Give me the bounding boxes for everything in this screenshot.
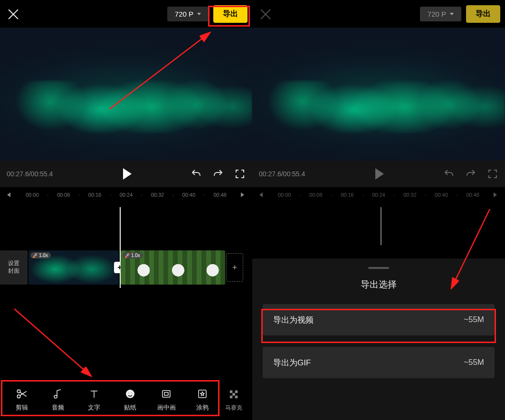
export-item-size: ~55M bbox=[464, 358, 484, 367]
undo-icon[interactable] bbox=[443, 168, 455, 180]
export-as-video[interactable]: 导出为视频 ~55M bbox=[263, 304, 495, 335]
next-frame-icon[interactable] bbox=[240, 191, 248, 198]
tool-text[interactable]: 文字 bbox=[76, 387, 112, 412]
export-button[interactable]: 导出 bbox=[213, 5, 248, 23]
timeline-track-area-dim bbox=[252, 202, 505, 245]
fullscreen-icon[interactable] bbox=[234, 168, 246, 180]
redo-icon[interactable] bbox=[465, 168, 476, 180]
clip-track: 设置 封面 🚀1.0x + 🚀1.0x + bbox=[0, 250, 252, 285]
svg-point-2 bbox=[126, 390, 134, 398]
svg-rect-10 bbox=[232, 393, 235, 396]
play-icon[interactable] bbox=[375, 168, 384, 180]
player-controls: 00:27.6/00:55.4 bbox=[252, 161, 505, 187]
resolution-label: 720 P bbox=[428, 10, 446, 18]
resolution-select[interactable]: 720 P bbox=[420, 7, 461, 21]
redo-icon[interactable] bbox=[212, 168, 224, 180]
close-icon[interactable] bbox=[259, 8, 272, 21]
speed-badge: 🚀1.0x bbox=[30, 252, 51, 258]
left-screenshot: 720 P 导出 00:27.6/00:55.4 00:00· 00:0 bbox=[0, 0, 252, 420]
scissors-icon bbox=[16, 387, 28, 401]
ruler-marks: 00:00· 00:08· 00:16· 00:24· 00:32· 00:40… bbox=[278, 192, 479, 198]
mosaic-icon bbox=[229, 388, 239, 401]
sheet-handle[interactable] bbox=[368, 267, 389, 269]
resolution-select[interactable]: 720 P bbox=[167, 7, 209, 21]
cover-button[interactable]: 设置 封面 bbox=[0, 250, 28, 285]
export-as-gif[interactable]: 导出为GIF ~55M bbox=[263, 347, 495, 378]
time-display: 00:27.6/00:55.4 bbox=[259, 170, 316, 178]
timeline-ruler[interactable]: 00:00· 00:08· 00:16· 00:24· 00:32· 00:40… bbox=[0, 187, 252, 202]
prev-frame-icon[interactable] bbox=[5, 191, 12, 198]
right-screenshot: 720 P 导出 00:27.6/00:55.4 00:00· 00:0 bbox=[252, 0, 505, 420]
annotation-arrow-down bbox=[10, 304, 105, 385]
play-icon[interactable] bbox=[123, 168, 132, 180]
svg-rect-12 bbox=[235, 395, 238, 398]
chevron-down-icon bbox=[450, 13, 454, 15]
undo-icon[interactable] bbox=[191, 168, 202, 180]
clip-1[interactable]: 🚀1.0x bbox=[29, 250, 119, 285]
tool-pip[interactable]: 画中画 bbox=[148, 387, 184, 412]
playhead bbox=[381, 207, 381, 245]
add-clip-button[interactable]: + bbox=[226, 253, 243, 282]
star-box-icon bbox=[197, 387, 208, 401]
preview-artwork bbox=[252, 81, 505, 133]
smiley-icon bbox=[124, 387, 136, 401]
svg-point-3 bbox=[128, 392, 130, 394]
text-icon bbox=[88, 387, 100, 401]
tool-sticker[interactable]: 贴纸 bbox=[112, 387, 148, 412]
svg-rect-9 bbox=[235, 390, 238, 393]
svg-rect-8 bbox=[230, 390, 233, 393]
video-preview[interactable] bbox=[252, 28, 505, 161]
export-item-label: 导出为GIF bbox=[273, 357, 311, 368]
svg-rect-6 bbox=[164, 392, 168, 395]
svg-rect-11 bbox=[230, 395, 233, 398]
export-item-label: 导出为视频 bbox=[273, 315, 314, 325]
pip-icon bbox=[161, 387, 172, 401]
top-bar: 720 P 导出 bbox=[252, 0, 505, 28]
svg-point-0 bbox=[17, 390, 20, 393]
svg-point-4 bbox=[131, 392, 133, 394]
top-bar: 720 P 导出 bbox=[0, 0, 252, 28]
svg-line-14 bbox=[14, 309, 90, 375]
music-note-icon bbox=[52, 387, 64, 401]
prev-frame-icon[interactable] bbox=[257, 191, 265, 198]
video-preview[interactable] bbox=[0, 28, 252, 161]
speed-badge: 🚀1.0x bbox=[123, 252, 143, 258]
resolution-label: 720 P bbox=[175, 10, 193, 18]
close-icon[interactable] bbox=[7, 8, 20, 21]
ruler-marks: 00:00· 00:08· 00:16· 00:24· 00:32· 00:40… bbox=[26, 192, 227, 198]
chevron-down-icon bbox=[197, 13, 201, 15]
sheet-title: 导出选择 bbox=[263, 278, 495, 291]
fullscreen-icon[interactable] bbox=[487, 168, 498, 180]
preview-artwork bbox=[0, 81, 252, 133]
export-button[interactable]: 导出 bbox=[466, 5, 500, 23]
tool-doodle[interactable]: 涂鸦 bbox=[184, 387, 220, 412]
next-frame-icon[interactable] bbox=[493, 191, 500, 198]
clip-2[interactable]: 🚀1.0x bbox=[121, 250, 225, 285]
tool-mosaic[interactable]: 马赛克 bbox=[220, 388, 247, 412]
player-controls: 00:27.6/00:55.4 bbox=[0, 161, 252, 187]
export-item-size: ~55M bbox=[464, 315, 484, 325]
time-display: 00:27.6/00:55.4 bbox=[7, 170, 64, 178]
tool-bar: 剪辑 音频 文字 贴纸 画中画 bbox=[0, 382, 252, 417]
tool-audio[interactable]: 音频 bbox=[40, 387, 76, 412]
timeline-ruler[interactable]: 00:00· 00:08· 00:16· 00:24· 00:32· 00:40… bbox=[252, 187, 505, 202]
svg-point-1 bbox=[17, 395, 20, 398]
timeline-track-area[interactable]: 设置 封面 🚀1.0x + 🚀1.0x + bbox=[0, 202, 252, 302]
tool-cut[interactable]: 剪辑 bbox=[4, 387, 40, 412]
svg-rect-5 bbox=[162, 391, 170, 397]
export-sheet: 导出选择 导出为视频 ~55M 导出为GIF ~55M bbox=[252, 258, 505, 420]
